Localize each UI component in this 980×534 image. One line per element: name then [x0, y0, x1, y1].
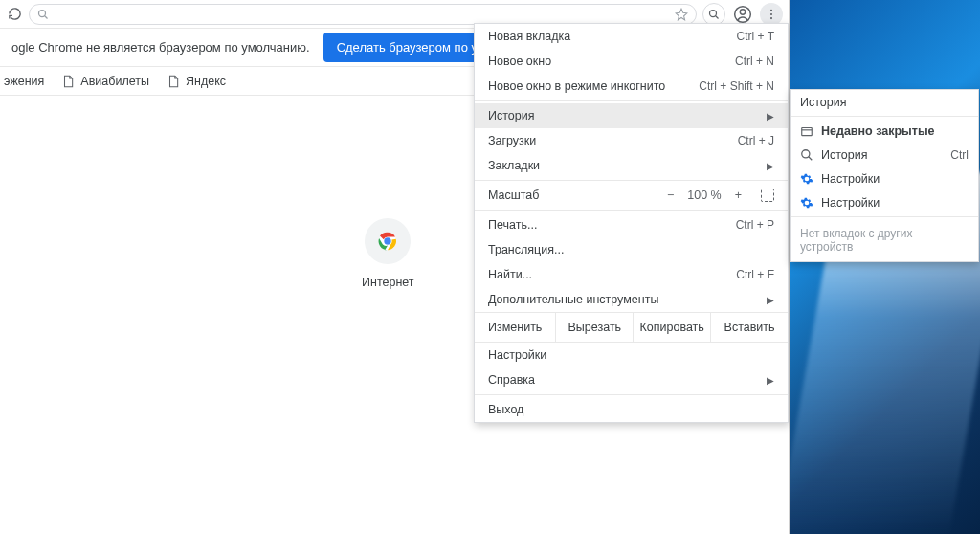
zoom-out-button[interactable]: − — [667, 189, 674, 202]
menu-zoom: Масштаб − 100 % + — [475, 183, 788, 208]
svg-point-10 — [802, 149, 810, 157]
zoom-value: 100 % — [687, 189, 721, 202]
menu-new-tab[interactable]: Новая вкладка Ctrl + T — [475, 24, 788, 49]
omnibox[interactable] — [29, 4, 697, 25]
bookmark-item[interactable]: Авиабилеты — [61, 75, 149, 88]
fullscreen-icon[interactable] — [761, 189, 774, 202]
chevron-right-icon: ▶ — [767, 161, 774, 171]
menu-cast[interactable]: Трансляция... — [475, 237, 788, 262]
submenu-history[interactable]: История — [791, 90, 978, 114]
search-icon — [37, 9, 49, 20]
bookmark-label: Яндекс — [186, 75, 226, 88]
profile-icon[interactable] — [731, 3, 754, 26]
menu-downloads[interactable]: Загрузки Ctrl + J — [475, 128, 788, 153]
menu-bookmarks[interactable]: Закладки ▶ — [475, 153, 788, 178]
chrome-icon — [377, 231, 398, 252]
infobar-message: ogle Chrome не является браузером по умо… — [11, 40, 310, 55]
submenu-item[interactable]: Настройки — [791, 190, 978, 214]
edit-label: Изменить — [475, 313, 556, 342]
bookmark-item[interactable]: эжения — [4, 75, 44, 88]
gear-icon — [800, 196, 813, 210]
cut-button[interactable]: Вырезать — [556, 313, 634, 342]
tab-icon — [800, 124, 813, 138]
shortcut-circle — [365, 218, 411, 264]
paste-button[interactable]: Вставить — [711, 313, 788, 342]
bookmark-label: эжения — [4, 75, 44, 88]
menu-exit[interactable]: Выход — [475, 397, 788, 422]
submenu-recently-closed: Недавно закрытые — [791, 119, 978, 143]
search-icon — [800, 148, 813, 162]
bookmark-star-icon[interactable] — [675, 8, 688, 21]
svg-point-1 — [710, 10, 717, 16]
svg-point-0 — [39, 10, 46, 16]
page-icon — [167, 75, 180, 88]
menu-find[interactable]: Найти... Ctrl + F — [475, 262, 788, 287]
bookmark-label: Авиабилеты — [80, 75, 149, 88]
page-icon — [61, 75, 75, 88]
svg-point-6 — [770, 17, 772, 19]
menu-more-tools[interactable]: Дополнительные инструменты ▶ — [475, 287, 788, 312]
bookmark-item[interactable]: Яндекс — [167, 75, 226, 88]
history-submenu: История Недавно закрытые История Ctrl На… — [790, 89, 979, 262]
zoom-in-button[interactable]: + — [735, 189, 742, 202]
browser-window: ogle Chrome не является браузером по умо… — [0, 0, 790, 534]
menu-print[interactable]: Печать... Ctrl + P — [475, 212, 788, 237]
menu-button[interactable] — [760, 3, 783, 26]
svg-point-3 — [740, 9, 745, 13]
menu-edit-row: Изменить Вырезать Копировать Вставить — [475, 312, 788, 343]
menu-new-window[interactable]: Новое окно Ctrl + N — [475, 49, 788, 74]
gear-icon — [800, 172, 813, 186]
menu-settings[interactable]: Настройки — [475, 343, 788, 367]
svg-point-8 — [385, 237, 391, 244]
chevron-right-icon: ▶ — [767, 111, 774, 122]
svg-rect-9 — [802, 127, 813, 135]
windows-desktop — [790, 0, 980, 534]
chrome-main-menu: Новая вкладка Ctrl + T Новое окно Ctrl +… — [474, 23, 789, 423]
svg-point-4 — [770, 9, 772, 11]
submenu-footer: Нет вкладок с других устройств — [791, 219, 978, 261]
toolbar-search-icon[interactable] — [702, 3, 725, 26]
submenu-item[interactable]: История Ctrl — [791, 143, 978, 167]
reload-button[interactable] — [6, 6, 23, 23]
menu-incognito[interactable]: Новое окно в режиме инкогнито Ctrl + Shi… — [475, 74, 788, 99]
chevron-right-icon: ▶ — [767, 375, 774, 386]
submenu-item[interactable]: Настройки — [791, 167, 978, 190]
menu-help[interactable]: Справка ▶ — [475, 367, 788, 392]
chevron-right-icon: ▶ — [767, 295, 774, 305]
ntp-shortcut[interactable]: Интернет — [362, 218, 414, 289]
copy-button[interactable]: Копировать — [634, 313, 711, 342]
svg-point-5 — [770, 12, 772, 14]
shortcut-label: Интернет — [362, 276, 414, 289]
menu-history[interactable]: История ▶ — [475, 103, 788, 128]
